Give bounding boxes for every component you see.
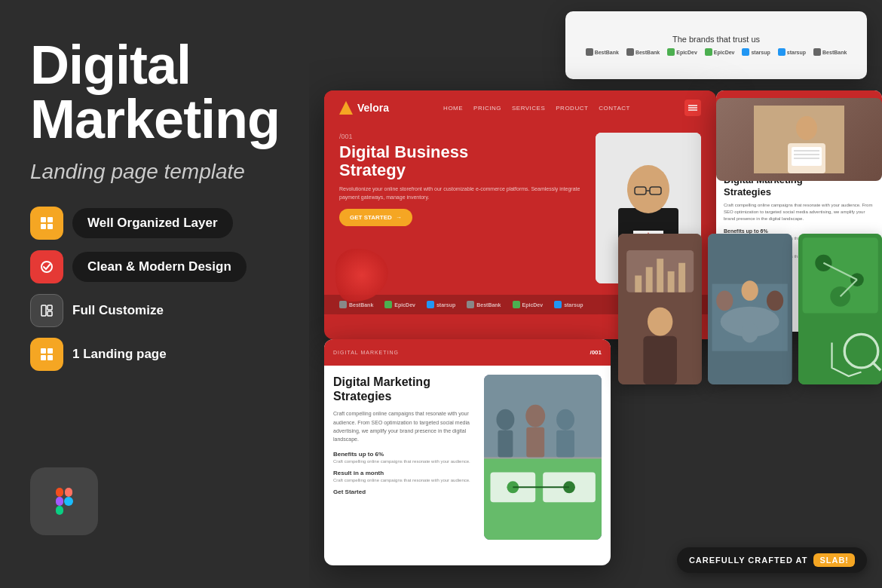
brand-logo-3: EpicDev — [667, 48, 697, 56]
svg-rect-12 — [56, 488, 63, 497]
hero-menu-button[interactable] — [684, 100, 701, 116]
svg-rect-3 — [47, 224, 53, 229]
svg-rect-31 — [467, 301, 474, 308]
svg-point-45 — [525, 405, 545, 427]
brands-screenshot: The brands that trust us BestBank BestBa… — [565, 11, 867, 79]
clean-modern-icon — [30, 250, 63, 283]
hero-brand-1: BestBank — [339, 301, 373, 308]
bottom-benefit-1-desc: Craft compelling online campaigns that r… — [333, 459, 475, 464]
photo-card-2 — [708, 234, 792, 384]
photo-cards — [618, 234, 882, 384]
main-title: Digital Marketing — [30, 38, 286, 146]
bottom-benefit-2-desc: Craft compelling online campaigns that r… — [333, 478, 475, 482]
svg-point-67 — [716, 291, 733, 311]
bottom-desc: Craft compelling online campaigns that r… — [333, 409, 475, 443]
landing-page-icon — [30, 338, 63, 371]
svg-rect-33 — [554, 301, 562, 308]
svg-rect-57 — [635, 275, 642, 292]
feature-item-full-customize: Full Customize — [30, 294, 286, 327]
svg-rect-11 — [47, 355, 53, 360]
bottom-benefit-1: Benefits up to 6% Craft compelling onlin… — [333, 451, 475, 464]
svg-rect-59 — [657, 259, 663, 292]
svg-point-62 — [648, 308, 672, 336]
svg-rect-15 — [56, 506, 63, 515]
svg-rect-58 — [646, 267, 653, 292]
brand-logo-1: BestBank — [586, 48, 619, 56]
brand-logo-7: BestBank — [813, 48, 847, 56]
hero-cta-button[interactable]: GET STARTED → — [339, 209, 412, 226]
svg-rect-61 — [678, 263, 685, 292]
nav-pricing[interactable]: PRICING — [473, 105, 501, 112]
brand-logo-5: starsup — [742, 48, 770, 56]
svg-point-16 — [64, 497, 73, 506]
crafted-badge: CAREFULLY CRAFTED AT Slab! — [677, 547, 867, 573]
bottom-benefit-2-title: Result in a month — [333, 470, 475, 476]
hero-number: /001 — [339, 133, 584, 140]
svg-rect-63 — [643, 336, 677, 384]
nav-contact[interactable]: CONTACT — [599, 105, 630, 112]
svg-rect-44 — [498, 430, 513, 458]
brands-title: The brands that trust us — [672, 35, 760, 44]
svg-rect-0 — [41, 217, 46, 222]
svg-rect-1 — [47, 217, 53, 222]
feature-item-landing-page: 1 Landing page — [30, 338, 286, 371]
subtitle: Landing page template — [30, 160, 286, 184]
svg-point-47 — [556, 409, 574, 430]
feature-item-well-organized: Well Organized Layer — [30, 207, 286, 240]
bottom-screenshot: DIGITAL MARKETING /001 Digital Marketing… — [324, 339, 611, 565]
hero-brand-4: BestBank — [467, 301, 501, 308]
svg-rect-46 — [526, 427, 544, 458]
svg-rect-32 — [513, 301, 520, 308]
brand-logo-6: starsup — [778, 48, 806, 56]
hero-desc: Revolutionize your online storefront wit… — [339, 185, 584, 201]
bottom-main-title: Digital Marketing Strategies — [333, 375, 475, 403]
bottom-header: DIGITAL MARKETING /001 — [324, 339, 611, 366]
svg-rect-60 — [668, 271, 675, 292]
bottom-cta[interactable]: Get Started — [333, 488, 475, 495]
features-list: Well Organized Layer Clean & Modern Desi… — [30, 207, 286, 371]
bottom-benefit-1-title: Benefits up to 6% — [333, 451, 475, 458]
hero-logo: Velora — [339, 101, 389, 115]
svg-rect-48 — [556, 430, 574, 458]
photo-card-1 — [618, 234, 702, 384]
svg-rect-10 — [41, 355, 46, 360]
nav-services[interactable]: SERVICES — [512, 105, 545, 112]
right-panel: The brands that trust us BestBank BestBa… — [309, 0, 882, 588]
svg-rect-6 — [47, 305, 52, 310]
landing-page-label: 1 Landing page — [72, 347, 167, 362]
svg-rect-9 — [47, 348, 53, 354]
svg-point-70 — [742, 323, 758, 343]
slab-brand: Slab! — [813, 553, 855, 567]
bottom-num: /001 — [590, 349, 602, 356]
svg-rect-37 — [792, 147, 822, 166]
hero-blob-decoration — [335, 249, 388, 302]
bottom-text-col: Digital Marketing Strategies Craft compe… — [333, 375, 475, 540]
feature-item-clean-modern: Clean & Modern Design — [30, 250, 286, 283]
nav-home[interactable]: HOME — [443, 105, 463, 112]
svg-rect-13 — [65, 488, 72, 497]
nav-product[interactable]: PRODUCT — [556, 105, 588, 112]
left-panel: Digital Marketing Landing page template … — [0, 0, 317, 588]
clean-modern-label: Clean & Modern Design — [72, 252, 247, 282]
svg-rect-7 — [47, 311, 52, 316]
title-line1: Digital — [30, 35, 191, 95]
hero-brand-6: starsup — [554, 301, 583, 308]
bottom-content: Digital Marketing Strategies Craft compe… — [324, 366, 611, 549]
well-organized-label: Well Organized Layer — [72, 208, 233, 238]
top-right-photo — [716, 98, 882, 181]
hero-nav-links: HOME PRICING SERVICES PRODUCT CONTACT — [443, 105, 630, 112]
svg-point-68 — [742, 280, 758, 301]
hero-brand-2: EpicDev — [384, 301, 415, 308]
crafted-label: CAREFULLY CRAFTED AT — [689, 556, 808, 565]
svg-point-43 — [496, 409, 514, 430]
svg-rect-14 — [56, 497, 63, 506]
svg-rect-29 — [384, 301, 392, 308]
svg-point-69 — [767, 291, 783, 311]
bottom-section-label: DIGITAL MARKETING — [333, 350, 399, 355]
photo-card-3 — [798, 234, 882, 384]
hero-logo-icon — [339, 101, 353, 115]
svg-rect-28 — [339, 301, 347, 308]
well-organized-icon — [30, 207, 63, 240]
svg-rect-8 — [41, 348, 46, 354]
brand-logo-4: EpicDev — [705, 48, 735, 56]
